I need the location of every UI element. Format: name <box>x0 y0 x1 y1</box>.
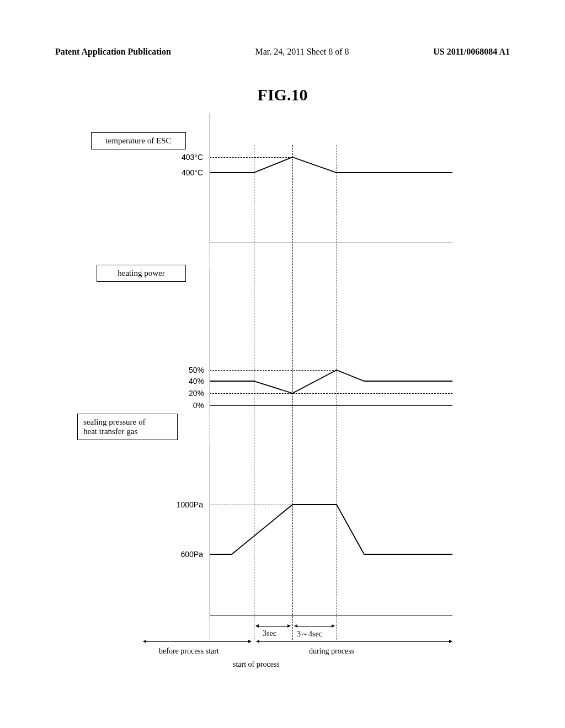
arrow-during <box>257 641 452 642</box>
label-during: during process <box>309 647 354 656</box>
label-3sec: 3sec <box>263 629 276 638</box>
label-start: start of process <box>233 660 280 669</box>
header-right: US 2011/0068084 A1 <box>433 47 510 57</box>
header-left: Patent Application Publication <box>55 47 171 57</box>
diagram-area: temperature of ESC heating power sealing… <box>66 113 497 676</box>
figure-title: FIG.10 <box>0 85 565 104</box>
header-center: Mar. 24, 2011 Sheet 8 of 8 <box>255 47 349 57</box>
page-header: Patent Application Publication Mar. 24, … <box>0 47 565 57</box>
chart3-line <box>66 113 497 676</box>
arrow-34sec <box>295 626 334 627</box>
label-34sec: 3～4sec <box>297 629 322 639</box>
arrow-before <box>143 641 251 642</box>
label-before: before process start <box>159 647 219 656</box>
arrow-3sec <box>256 626 290 627</box>
